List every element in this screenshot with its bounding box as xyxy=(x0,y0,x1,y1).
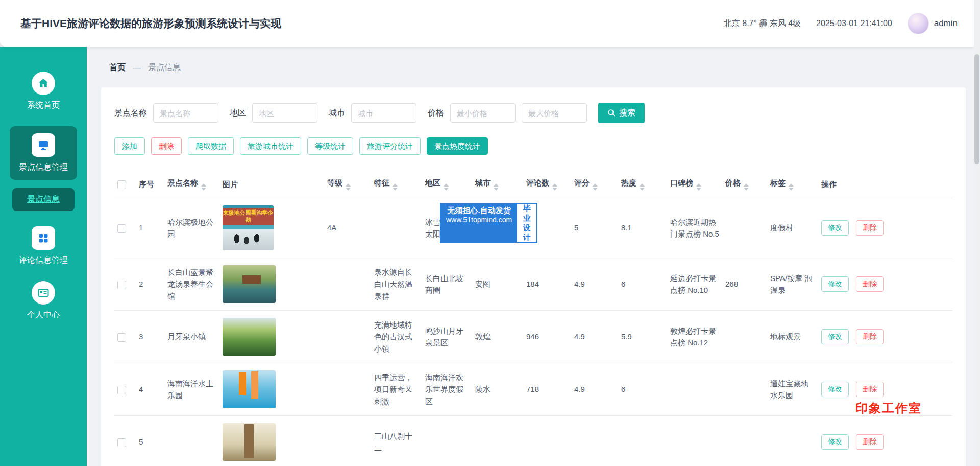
row-checkbox[interactable] xyxy=(117,281,126,289)
cell-level xyxy=(324,363,371,416)
row-checkbox[interactable] xyxy=(117,438,126,447)
delete-button[interactable]: 删除 xyxy=(856,329,884,344)
sort-icon[interactable] xyxy=(444,183,449,191)
cell-feature xyxy=(371,198,422,258)
cell-tags: 遛娃宝藏地 水乐园 xyxy=(767,363,818,416)
row-checkbox[interactable] xyxy=(117,224,126,233)
user-menu[interactable]: admin xyxy=(908,13,958,34)
crawl-data-button[interactable]: 爬取数据 xyxy=(188,137,234,155)
sort-icon[interactable] xyxy=(346,183,351,191)
level-stats-button[interactable]: 等级统计 xyxy=(307,137,353,155)
breadcrumb-current: 景点信息 xyxy=(148,62,181,73)
sort-icon[interactable] xyxy=(789,183,794,191)
filter-bar: 景点名称 地区 城市 价格 xyxy=(114,103,952,123)
cell-index: 5 xyxy=(136,416,164,466)
edit-button[interactable]: 修改 xyxy=(821,220,849,236)
cell-tags: 度假村 xyxy=(767,198,818,258)
sidebar-item-home[interactable]: 系统首页 xyxy=(27,72,60,111)
edit-button[interactable]: 修改 xyxy=(821,276,849,292)
sort-icon[interactable] xyxy=(696,183,701,191)
sidebar: 系统首页 景点信息管理 景点信息 评论信息管理 个人中心 xyxy=(0,47,87,466)
heat-stats-button[interactable]: 景点热度统计 xyxy=(427,137,488,155)
sort-icon[interactable] xyxy=(640,183,645,191)
cell-feature: 三山八刹十二 xyxy=(371,416,422,466)
column-header-price: 价格 xyxy=(722,171,767,198)
search-button[interactable]: 搜索 xyxy=(598,103,645,123)
scenic-image[interactable] xyxy=(223,318,276,356)
cell-price xyxy=(722,311,767,363)
delete-button[interactable]: 删除 xyxy=(856,434,884,450)
sidebar-item-personal-label: 个人中心 xyxy=(27,310,60,320)
delete-button[interactable]: 删除 xyxy=(856,276,884,292)
column-header-operation: 操作 xyxy=(818,171,952,198)
username: admin xyxy=(934,18,958,29)
app-header: 基于HIVE旅游评论数据的旅游形象预测系统设计与实现 北京 8.7° 霾 东风 … xyxy=(0,0,980,47)
select-all-checkbox[interactable] xyxy=(117,180,126,189)
header-right: 北京 8.7° 霾 东风 4级 2025-03-01 21:41:00 admi… xyxy=(724,13,958,34)
column-header-region: 地区 xyxy=(422,171,472,198)
delete-button[interactable]: 删除 xyxy=(856,220,884,236)
column-header-comments: 评论数 xyxy=(523,171,571,198)
delete-button[interactable]: 删除 xyxy=(856,382,884,397)
scenic-image[interactable] xyxy=(223,265,276,303)
cell-city xyxy=(472,416,523,466)
region-filter-label: 地区 xyxy=(230,108,246,119)
search-icon xyxy=(607,109,616,117)
edit-button[interactable]: 修改 xyxy=(821,329,849,344)
avatar[interactable] xyxy=(908,13,929,34)
add-button[interactable]: 添加 xyxy=(114,137,145,155)
column-header-index: 序号 xyxy=(136,171,164,198)
batch-delete-button[interactable]: 删除 xyxy=(151,137,182,155)
filter-name: 景点名称 xyxy=(114,103,218,123)
city-filter-input[interactable] xyxy=(351,103,416,123)
max-price-input[interactable] xyxy=(522,103,587,123)
name-filter-input[interactable] xyxy=(153,103,218,123)
column-header-feature: 特征 xyxy=(371,171,422,198)
sidebar-subitem-scenic-info[interactable]: 景点信息 xyxy=(12,188,75,211)
main-content: 首页 — 景点信息 景点名称 地区 城市 价格 xyxy=(87,47,980,466)
seller-watermark: 无须担心.自动发货 www.51topmind.com 毕业设计 xyxy=(440,203,537,243)
datetime-text: 2025-03-01 21:41:00 xyxy=(816,19,892,28)
scenic-image[interactable]: 来极地公园看淘学企鹅 xyxy=(223,205,274,250)
scenic-image[interactable] xyxy=(223,370,276,408)
cell-index: 4 xyxy=(136,363,164,416)
cell-name xyxy=(164,416,219,466)
min-price-input[interactable] xyxy=(450,103,516,123)
city-stats-button[interactable]: 旅游城市统计 xyxy=(240,137,301,155)
score-stats-button[interactable]: 旅游评分统计 xyxy=(359,137,421,155)
cell-city: 陵水 xyxy=(472,363,523,416)
column-header-image: 图片 xyxy=(219,171,324,198)
page-scrollbar xyxy=(974,0,980,466)
sidebar-item-personal[interactable]: 个人中心 xyxy=(27,281,60,320)
sort-icon[interactable] xyxy=(552,183,557,191)
sort-icon[interactable] xyxy=(494,183,499,191)
scenic-image[interactable] xyxy=(223,423,276,461)
sidebar-item-scenic-manage[interactable]: 景点信息管理 xyxy=(10,126,77,180)
edit-button[interactable]: 修改 xyxy=(821,434,849,450)
sidebar-item-comment-manage-label: 评论信息管理 xyxy=(19,255,68,266)
sort-icon[interactable] xyxy=(593,183,598,191)
sort-icon[interactable] xyxy=(201,183,206,191)
cell-comments xyxy=(523,416,571,466)
row-checkbox[interactable] xyxy=(117,333,126,342)
cell-score: 4.9 xyxy=(571,363,618,416)
edit-button[interactable]: 修改 xyxy=(821,382,849,397)
column-header-tags: 标签 xyxy=(767,171,818,198)
sort-icon[interactable] xyxy=(744,183,749,191)
page-title: 基于HIVE旅游评论数据的旅游形象预测系统设计与实现 xyxy=(20,16,281,31)
monitor-icon xyxy=(32,133,55,157)
row-checkbox[interactable] xyxy=(117,386,126,394)
sidebar-item-comment-manage[interactable]: 评论信息管理 xyxy=(19,226,68,266)
cell-name: 月牙泉小镇 xyxy=(164,311,219,363)
cell-reputation: 延边必打卡景点榜 No.10 xyxy=(667,258,722,311)
region-filter-input[interactable] xyxy=(252,103,317,123)
scrollbar-thumb[interactable] xyxy=(974,54,979,164)
sort-icon[interactable] xyxy=(393,183,398,191)
column-header-city: 城市 xyxy=(472,171,523,198)
breadcrumb-separator: — xyxy=(133,63,141,73)
breadcrumb-home[interactable]: 首页 xyxy=(109,62,126,73)
filter-price: 价格 xyxy=(428,103,587,123)
cell-reputation xyxy=(667,363,722,416)
cell-reputation: 哈尔滨近期热门景点榜 No.5 xyxy=(667,198,722,258)
cell-region: 鸣沙山月牙泉景区 xyxy=(422,311,472,363)
